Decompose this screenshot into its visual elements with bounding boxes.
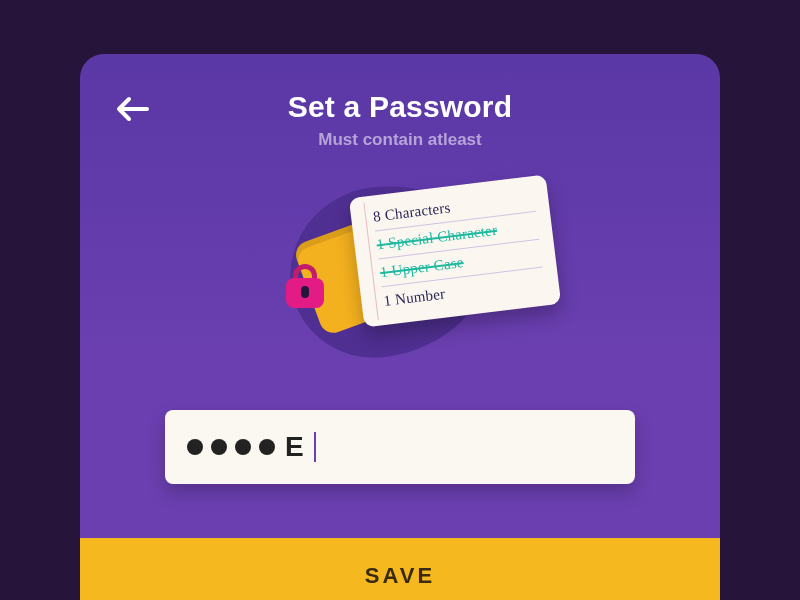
requirements-card: 8 Characters 1 Special Character 1 Upper… [349, 174, 561, 327]
mask-dot [259, 439, 275, 455]
password-display: E [187, 431, 316, 463]
mask-dot [211, 439, 227, 455]
back-button[interactable] [116, 96, 150, 122]
lock-icon [286, 264, 324, 308]
save-button[interactable]: SAVE [80, 538, 720, 600]
arrow-left-icon [116, 96, 150, 122]
mask-dot [187, 439, 203, 455]
header: Set a Password Must contain atleast [80, 54, 720, 150]
page-subtitle: Must contain atleast [80, 130, 720, 150]
password-card: Set a Password Must contain atleast 8 Ch… [80, 54, 720, 600]
text-caret [314, 432, 316, 462]
mask-dot [235, 439, 251, 455]
password-input[interactable]: E [165, 410, 635, 484]
page-title: Set a Password [80, 90, 720, 124]
illustration: 8 Characters 1 Special Character 1 Upper… [80, 166, 720, 386]
typed-char: E [285, 431, 304, 463]
